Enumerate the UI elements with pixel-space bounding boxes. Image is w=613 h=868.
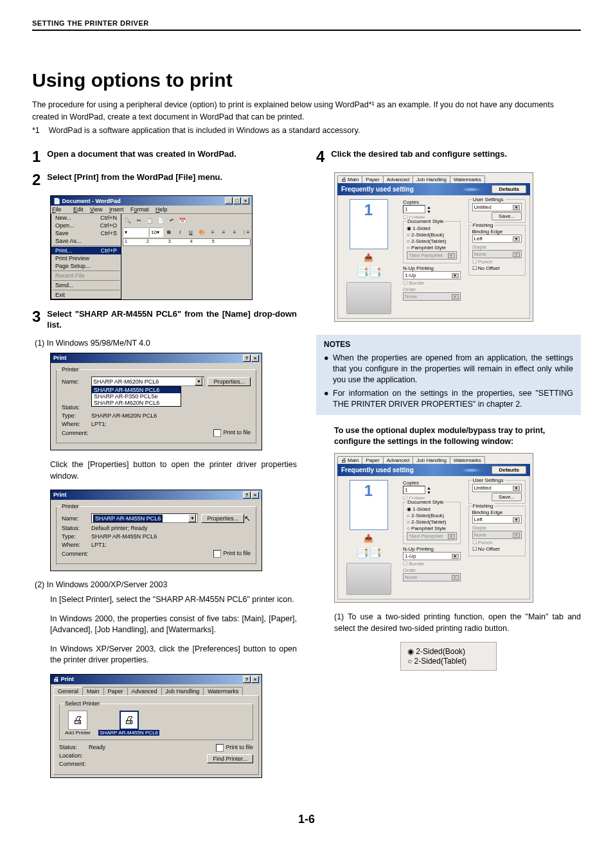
- binding-combo[interactable]: Left▼: [472, 235, 522, 243]
- font-combo[interactable]: ▾: [123, 227, 148, 237]
- radio-1sided[interactable]: 1-Sided: [407, 226, 457, 231]
- chevron-down-icon[interactable]: ▼: [452, 273, 459, 278]
- menu-help[interactable]: Help: [155, 206, 168, 213]
- datetime-icon[interactable]: 📅: [177, 215, 188, 226]
- menu-file[interactable]: File: [52, 206, 67, 213]
- chevron-down-icon[interactable]: ▼: [513, 205, 520, 210]
- bold-icon[interactable]: B: [164, 227, 174, 237]
- printer-option[interactable]: SHARP AR-M455N PCL6: [92, 387, 181, 393]
- bullets-icon[interactable]: ⋮≡: [240, 227, 251, 237]
- copy-icon[interactable]: 📋: [145, 215, 155, 226]
- printer-option[interactable]: SHARP AR-P350 PCL5e: [92, 393, 181, 400]
- close-icon[interactable]: ×: [251, 492, 259, 499]
- menu-send[interactable]: Send...: [51, 281, 121, 289]
- minimize-icon[interactable]: _: [225, 197, 233, 204]
- printxp-tabs[interactable]: General Main Paper Advanced Job Handling…: [51, 684, 262, 695]
- close-icon[interactable]: ×: [242, 197, 249, 204]
- menu-format[interactable]: Format: [130, 206, 149, 213]
- radio-2sided-book[interactable]: 2-Sided(Book): [407, 513, 457, 518]
- underline-icon[interactable]: U: [186, 227, 196, 237]
- radio-2sided-book[interactable]: 2-Sided(Book): [407, 232, 457, 238]
- copies-spinner[interactable]: 1: [403, 205, 425, 213]
- tab-paper[interactable]: Paper: [103, 687, 128, 695]
- tab-jobhandling[interactable]: Job Handling: [161, 687, 204, 695]
- spin-down-icon[interactable]: ▼: [427, 209, 431, 214]
- align-center-icon[interactable]: ≡: [218, 227, 229, 237]
- file-menu-dropdown[interactable]: New...Ctrl+N Open...Ctrl+O SaveCtrl+S Sa…: [51, 214, 121, 299]
- print-to-file-checkbox[interactable]: Print to file: [213, 550, 251, 558]
- fontsize-combo[interactable]: 10 ▾: [149, 227, 163, 237]
- defaults-button[interactable]: Defaults: [492, 466, 526, 474]
- selected-printer-icon[interactable]: 🖨: [120, 711, 139, 730]
- tab-paper[interactable]: Paper: [362, 175, 383, 183]
- properties-button[interactable]: Properties...: [201, 514, 244, 523]
- spin-up-icon[interactable]: ▲: [427, 486, 431, 490]
- undo-icon[interactable]: ↶: [166, 215, 177, 226]
- printer-option[interactable]: SHARP AR-M620N PCL6: [92, 400, 181, 406]
- radio-2sided-tablet[interactable]: 2-Sided(Tablet): [407, 238, 457, 244]
- menu-print[interactable]: Print...Ctrl+P: [51, 247, 121, 254]
- props-tabs[interactable]: 🖨Main Paper Advanced Job Handling Waterm…: [337, 456, 530, 464]
- nup-combo[interactable]: 1-Up▼: [403, 271, 461, 279]
- menu-save[interactable]: SaveCtrl+S: [51, 229, 121, 237]
- tab-main[interactable]: 🖨Main: [337, 175, 362, 183]
- tab-main[interactable]: 🖨Main: [337, 456, 362, 464]
- nooffset-checkbox[interactable]: No Offset: [472, 546, 522, 552]
- user-combo[interactable]: Untitled▼: [472, 484, 522, 492]
- tab-jobhandling[interactable]: Job Handling: [413, 456, 450, 464]
- maximize-icon[interactable]: □: [233, 197, 241, 204]
- cut-icon[interactable]: ✂: [134, 215, 144, 226]
- menu-insert[interactable]: Insert: [109, 206, 124, 213]
- wordpad-menubar[interactable]: File Edit View Insert Format Help: [51, 206, 252, 214]
- user-combo[interactable]: Untitled▼: [472, 203, 522, 211]
- find-printer-button[interactable]: Find Printer...: [207, 754, 253, 763]
- menu-new[interactable]: New...Ctrl+N: [51, 214, 121, 222]
- tab-watermarks[interactable]: Watermarks: [450, 456, 485, 464]
- menu-open[interactable]: Open...Ctrl+O: [51, 222, 121, 229]
- menu-pagesetup[interactable]: Page Setup...: [51, 262, 121, 270]
- spin-up-icon[interactable]: ▲: [427, 205, 431, 209]
- menu-edit[interactable]: Edit: [73, 206, 84, 213]
- tab-paper[interactable]: Paper: [362, 456, 383, 464]
- menu-view[interactable]: View: [90, 206, 102, 213]
- align-right-icon[interactable]: ≡: [229, 227, 240, 237]
- tab-watermarks[interactable]: Watermarks: [450, 175, 485, 183]
- radio-pamphlet[interactable]: Pamphlet Style: [407, 245, 457, 251]
- help-icon[interactable]: ?: [243, 676, 251, 683]
- radio-1sided[interactable]: 1-Sided: [407, 506, 457, 512]
- defaults-button[interactable]: Defaults: [492, 185, 526, 193]
- align-left-icon[interactable]: ≡: [208, 227, 218, 237]
- paste-icon[interactable]: 📄: [155, 215, 166, 226]
- help-icon[interactable]: ?: [243, 355, 251, 362]
- window-buttons[interactable]: _□×: [224, 197, 249, 204]
- tab-advanced[interactable]: Advanced: [383, 175, 414, 183]
- save-button[interactable]: Save...: [492, 493, 522, 501]
- copies-spinner[interactable]: 1: [403, 486, 425, 494]
- printer-dropdown[interactable]: SHARP AR-M455N PCL6 SHARP AR-P350 PCL5e …: [91, 386, 181, 407]
- print-to-file-checkbox[interactable]: Print to file: [207, 744, 253, 752]
- italic-icon[interactable]: I: [175, 227, 185, 237]
- tab-advanced[interactable]: Advanced: [127, 687, 162, 695]
- props-tabs[interactable]: 🖨Main Paper Advanced Job Handling Waterm…: [337, 175, 530, 183]
- radio-tablet[interactable]: 2-Sided(Tablet): [407, 657, 490, 666]
- nup-combo[interactable]: 1-Up▼: [403, 552, 461, 560]
- save-button[interactable]: Save...: [492, 212, 522, 220]
- close-icon[interactable]: ×: [251, 676, 259, 683]
- tab-watermarks[interactable]: Watermarks: [203, 687, 243, 695]
- tab-advanced[interactable]: Advanced: [383, 456, 414, 464]
- menu-preview[interactable]: Print Preview: [51, 254, 121, 262]
- radio-2sided-tablet[interactable]: 2-Sided(Tablet): [407, 519, 457, 525]
- binding-combo[interactable]: Left▼: [472, 515, 522, 524]
- radio-book[interactable]: 2-Sided(Book): [407, 647, 490, 656]
- menu-saveas[interactable]: Save As...: [51, 237, 121, 245]
- tab-general[interactable]: General: [53, 687, 83, 695]
- close-icon[interactable]: ×: [251, 355, 259, 362]
- properties-button[interactable]: Properties...: [208, 377, 251, 386]
- chevron-down-icon[interactable]: ▼: [195, 377, 202, 385]
- tab-main[interactable]: Main: [82, 687, 104, 695]
- radio-pamphlet[interactable]: Pamphlet Style: [407, 526, 457, 531]
- nooffset-checkbox[interactable]: No Offset: [472, 265, 522, 271]
- chevron-down-icon[interactable]: ▼: [188, 514, 196, 522]
- chevron-down-icon[interactable]: ▼: [513, 236, 520, 242]
- print-to-file-checkbox[interactable]: Print to file: [213, 429, 251, 437]
